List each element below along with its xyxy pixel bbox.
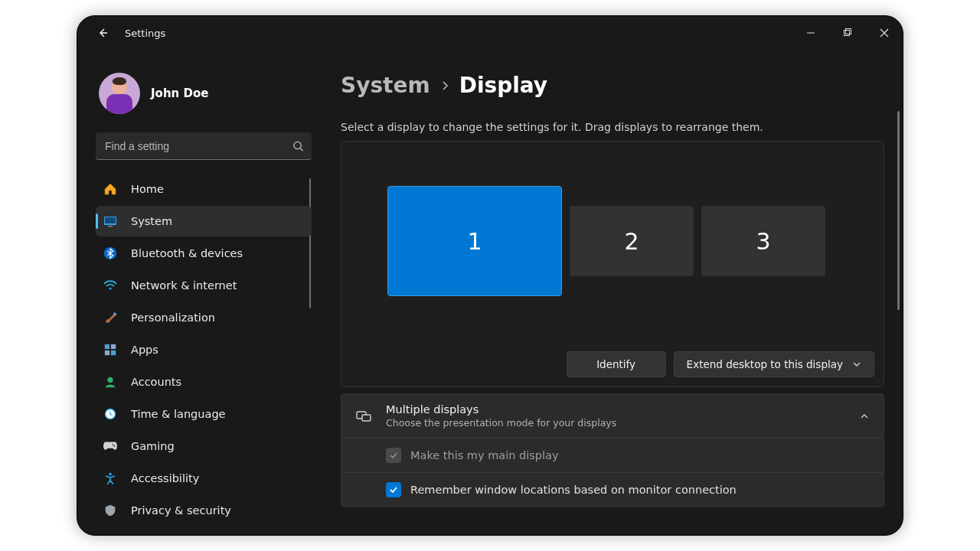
apps-icon	[102, 341, 119, 358]
window-controls	[792, 16, 903, 50]
search-icon	[292, 141, 304, 152]
svg-rect-0	[844, 31, 850, 36]
svg-point-7	[109, 288, 112, 290]
sidebar-scrollbar[interactable]	[309, 178, 311, 308]
sidebar-item-label: Bluetooth & devices	[131, 247, 243, 259]
display-panel-actions: Identify Extend desktop to this display	[567, 351, 874, 377]
extend-dropdown[interactable]: Extend desktop to this display	[674, 351, 874, 377]
display-1[interactable]: 1	[387, 186, 562, 296]
svg-rect-9	[105, 344, 109, 349]
search-input[interactable]	[96, 132, 312, 160]
display-hint: Select a display to change the settings …	[341, 121, 884, 133]
remember-locations-checkbox[interactable]	[386, 482, 401, 497]
wifi-icon	[102, 277, 119, 294]
settings-window: Settings John Doe	[77, 15, 903, 536]
sidebar-item-accessibility[interactable]: Accessibility	[96, 463, 312, 494]
gaming-icon	[102, 438, 119, 455]
arrow-left-icon	[96, 27, 109, 39]
sidebar-item-label: Gaming	[131, 440, 175, 452]
sidebar-item-privacy[interactable]: Privacy & security	[96, 495, 312, 526]
display-map: 1 2 3	[387, 186, 861, 296]
person-icon	[102, 373, 119, 390]
svg-rect-5	[108, 226, 113, 227]
multiple-displays-icon	[355, 408, 372, 425]
svg-rect-12	[111, 350, 116, 355]
svg-point-18	[109, 473, 112, 476]
minimize-button[interactable]	[792, 16, 829, 50]
maximize-icon	[843, 28, 852, 37]
close-icon	[880, 28, 889, 37]
sidebar-item-bluetooth[interactable]: Bluetooth & devices	[96, 238, 312, 269]
identify-button[interactable]: Identify	[567, 351, 666, 377]
sidebar-item-home[interactable]: Home	[96, 174, 312, 204]
check-icon	[389, 451, 398, 460]
chevron-right-icon	[441, 80, 449, 91]
main-scrollbar[interactable]	[897, 111, 900, 310]
breadcrumb-current: Display	[459, 73, 547, 98]
breadcrumb: System Display	[341, 73, 884, 98]
breadcrumb-parent[interactable]: System	[341, 73, 430, 98]
sidebar-item-accounts[interactable]: Accounts	[96, 367, 312, 397]
sidebar-item-apps[interactable]: Apps	[96, 334, 312, 365]
svg-rect-11	[105, 350, 109, 355]
sidebar-item-label: Accounts	[131, 376, 181, 388]
nav: Home System Bluetooth & devices	[96, 174, 312, 527]
home-icon	[102, 181, 119, 197]
sidebar: John Doe Home	[77, 50, 319, 535]
sidebar-item-label: System	[131, 215, 172, 227]
sidebar-item-gaming[interactable]: Gaming	[96, 431, 312, 461]
chevron-up-icon	[859, 411, 870, 422]
sidebar-item-personalization[interactable]: Personalization	[96, 302, 312, 333]
card-subtitle: Choose the presentation mode for your di…	[386, 417, 616, 429]
remember-locations-label: Remember window locations based on monit…	[410, 484, 737, 496]
profile-block[interactable]: John Doe	[99, 73, 312, 114]
sidebar-item-system[interactable]: System	[96, 206, 312, 236]
chevron-down-icon	[852, 360, 861, 369]
main-content: System Display Select a display to chang…	[319, 50, 903, 535]
sidebar-item-label: Time & language	[131, 408, 226, 420]
multiple-displays-header[interactable]: Multiple displays Choose the presentatio…	[341, 394, 884, 438]
sidebar-item-label: Personalization	[131, 311, 215, 324]
close-button[interactable]	[866, 16, 903, 50]
bluetooth-icon	[102, 245, 119, 262]
clock-icon	[102, 406, 119, 422]
svg-rect-20	[362, 415, 371, 421]
sidebar-item-label: Privacy & security	[131, 504, 231, 517]
multiple-displays-card: Multiple displays Choose the presentatio…	[341, 393, 884, 507]
remember-locations-row: Remember window locations based on monit…	[341, 472, 884, 507]
brush-icon	[102, 309, 119, 326]
svg-point-2	[294, 142, 301, 148]
display-arrangement-panel: 1 2 3 Identify Extend desktop to this di…	[341, 141, 884, 387]
display-3[interactable]: 3	[701, 206, 825, 276]
window-title: Settings	[125, 28, 165, 39]
card-title: Multiple displays	[386, 403, 616, 416]
extend-label: Extend desktop to this display	[687, 358, 843, 370]
card-titleblock: Multiple displays Choose the presentatio…	[386, 403, 616, 429]
minimize-icon	[806, 28, 815, 37]
back-button[interactable]	[90, 20, 116, 46]
system-icon	[102, 213, 119, 230]
avatar	[99, 73, 140, 114]
profile-name: John Doe	[151, 86, 208, 100]
sidebar-item-label: Apps	[131, 344, 158, 356]
shield-icon	[102, 502, 119, 519]
svg-point-17	[113, 445, 115, 447]
svg-rect-4	[105, 217, 116, 223]
sidebar-item-label: Accessibility	[131, 472, 199, 484]
sidebar-item-label: Network & internet	[131, 279, 237, 292]
svg-point-13	[107, 377, 113, 383]
svg-point-16	[113, 444, 114, 445]
svg-rect-10	[111, 344, 116, 349]
titlebar: Settings	[77, 16, 903, 50]
main-display-checkbox	[386, 448, 401, 463]
display-2[interactable]: 2	[570, 206, 694, 276]
main-display-row: Make this my main display	[341, 438, 884, 472]
sidebar-item-label: Home	[131, 183, 164, 195]
svg-rect-1	[846, 29, 851, 34]
identify-label: Identify	[596, 358, 635, 370]
sidebar-item-time-language[interactable]: Time & language	[96, 399, 312, 429]
sidebar-item-network[interactable]: Network & internet	[96, 270, 312, 301]
accessibility-icon	[102, 470, 119, 487]
search-box	[96, 132, 312, 160]
maximize-button[interactable]	[829, 16, 866, 50]
